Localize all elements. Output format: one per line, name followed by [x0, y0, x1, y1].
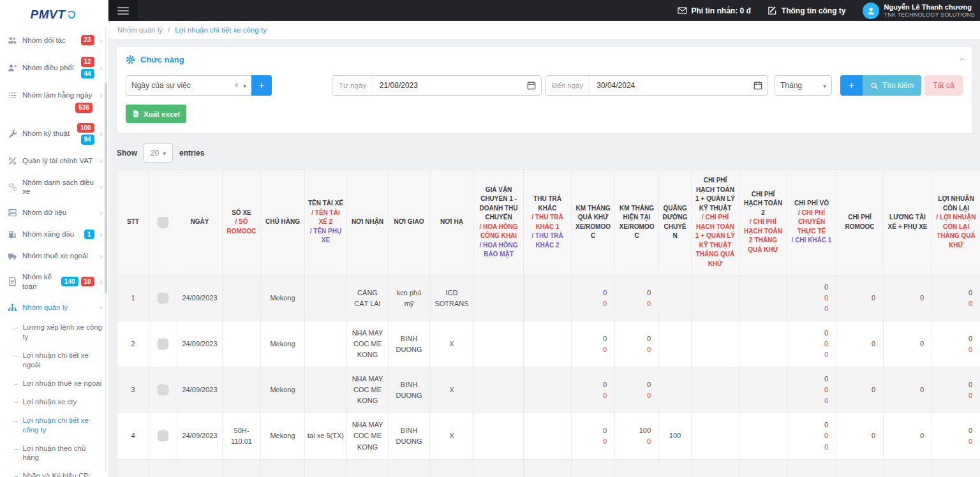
badge-row: 536: [0, 103, 108, 117]
col-header-ten-tai-xe[interactable]: TÊN TÀI XẾ/ TÊN TÀI XẾ 2/ TÊN PHỤ XE: [305, 170, 347, 275]
calendar-icon[interactable]: [527, 81, 536, 90]
breadcrumb-parent[interactable]: Nhóm quản lý: [117, 26, 163, 34]
to-date-input[interactable]: 30/04/2024: [590, 81, 754, 90]
row-checkbox[interactable]: [158, 293, 168, 304]
row-checkbox[interactable]: [158, 430, 168, 441]
cell-gia-van-chuyen: [474, 367, 524, 413]
cell-noi-nhan: CẢNG CÁT LÁI: [347, 275, 389, 321]
sidebar-subitem-loi-nhuan-xe-cty[interactable]: –Lợi nhuận xe cty: [0, 393, 108, 411]
col-header-select[interactable]: [149, 170, 177, 275]
logo-text: PMVT: [31, 8, 66, 22]
envelope-icon: [678, 6, 687, 15]
truck-icon: [8, 251, 18, 261]
sidebar-subitem-loi-nhuan-thue-xe-ngoai[interactable]: –Lợi nhuận thuê xe ngoài: [0, 374, 108, 393]
cell-loi-nhuan-con-lai: 00: [932, 275, 980, 321]
col-header-thu-tra-khac[interactable]: THU TRẢ KHÁC/ THU TRẢ KHÁC 1/ THU TRẢ KH…: [524, 170, 572, 275]
cell-select: [149, 413, 177, 459]
sidebar-item-du-lieu[interactable]: Nhóm dữ liệu›: [0, 202, 108, 223]
cell-so-xe: [223, 367, 261, 413]
user-menu[interactable]: Nguyễn Lê Thanh chương TNK TECHNOLOGY SO…: [863, 3, 976, 19]
col-header-stt[interactable]: STT: [117, 170, 149, 275]
event-type-select[interactable]: Ngày của sự việc × ▾: [126, 75, 251, 96]
filter-row: Ngày của sự việc × ▾ + Từ ngày 21/08/202…: [126, 75, 963, 96]
cell-loi-nhuan-con-lai: 00: [932, 413, 980, 459]
sidebar-subitem-label: Nhãn và Ký hiệu CP DSDX: [22, 471, 104, 477]
all-button[interactable]: Tất cả: [924, 75, 962, 96]
col-header-noi-giao[interactable]: NƠI GIAO: [389, 170, 430, 275]
col-header-chi-phi-hach-toan-2[interactable]: CHI PHÍ HẠCH TOÁN 2/ CHI PHÍ HẠCH TOÁN 2…: [739, 170, 787, 275]
row-checkbox[interactable]: [158, 339, 168, 349]
cell-select: [149, 321, 177, 367]
sidebar: PMVT Nhóm đối tác23›Nhóm điều phối1244›N…: [0, 0, 108, 477]
row-checkbox[interactable]: [158, 385, 168, 395]
export-excel-button[interactable]: Xuất excel: [126, 105, 186, 123]
col-header-gia-van-chuyen[interactable]: GIÁ VẬN CHUYỂN 1 - DOANH THU CHUYẾN/ HOA…: [474, 170, 524, 275]
sidebar-subitem-loi-nhuan-theo-chu-hang[interactable]: –Lợi nhuận theo chủ hàng: [0, 439, 108, 467]
cell-ngay: 24/09/2023: [177, 275, 223, 321]
col-header-luong-tai-xe[interactable]: LƯƠNG TÀI XẾ + PHỤ XE: [884, 170, 932, 275]
menu-toggle-button[interactable]: [108, 0, 138, 21]
sidebar-item-xang-dau[interactable]: Nhóm xăng dầu1›: [0, 223, 108, 245]
sidebar-scrollbar[interactable]: [105, 26, 107, 472]
cell-chi-phi-romooc: [836, 459, 884, 477]
col-header-km-thang-qua-khu[interactable]: KM THÁNG QUÁ KHỨ XE/ROMOOC: [572, 170, 615, 275]
col-header-chi-phi-romooc[interactable]: CHI PHÍ ROMOOC: [836, 170, 884, 275]
caret-down-icon: ▾: [163, 150, 166, 157]
page-size-value: 20: [151, 149, 159, 158]
col-header-ngay[interactable]: NGÀY: [177, 170, 223, 275]
sidebar-subitem-loi-nhuan-chi-tiet-xe-cong-ty[interactable]: –Lợi nhuận chi tiết xe công ty: [0, 411, 108, 439]
col-header-chi-phi-hach-toan-1[interactable]: CHI PHÍ HẠCH TOÁN 1 + QUẢN LÝ KỸ THUẬT/ …: [692, 170, 739, 275]
chevron-right-icon: ›: [100, 277, 103, 286]
calendar-icon[interactable]: [754, 81, 762, 90]
add-condition-button[interactable]: +: [840, 75, 863, 96]
search-button[interactable]: Tìm kiếm: [863, 75, 921, 96]
breadcrumb-current[interactable]: Lợi nhuận chi tiết xe công ty: [175, 26, 267, 34]
sidebar-item-ky-thuat[interactable]: Nhóm kỹ thuật10094›: [0, 117, 108, 150]
company-info-link[interactable]: Thông tin công ty: [768, 6, 846, 15]
col-header-loi-nhuan-con-lai[interactable]: LỢI NHUẬN CÒN LẠI/ LỢI NHUẬN CÒN LẠI THÁ…: [932, 170, 980, 275]
sidebar-item-doi-tac[interactable]: Nhóm đối tác23›: [0, 29, 108, 51]
col-header-so-xe[interactable]: SỐ XE/ SỐ ROMOOC: [223, 170, 261, 275]
add-filter-button[interactable]: +: [251, 75, 272, 96]
cell-stt: 4: [117, 413, 149, 459]
search-button-label: Tìm kiếm: [882, 81, 914, 90]
col-header-chi-phi-vo[interactable]: CHI PHÍ VỎ/ CHI PHÍ CHUYẾN THỰC TẾ/ CHI …: [787, 170, 836, 275]
sidebar-item-danh-sach-dieu-xe[interactable]: Nhóm danh sách điều xe›: [0, 172, 108, 202]
cell-loi-nhuan-con-lai: 00: [932, 367, 980, 413]
content: Chức năng › Ngày của sự việc × ▾ + Từ ng…: [108, 40, 980, 477]
sidebar-item-ke-toan[interactable]: Nhóm kế toán14010›: [0, 267, 108, 297]
message-fee-link[interactable]: Phí tin nhắn: 0 đ: [678, 6, 751, 15]
page-size-select[interactable]: 20 ▾: [144, 143, 173, 163]
cell-select: [149, 275, 177, 321]
sidebar-subitem-luong-xep-lenh-xe-cong-ty[interactable]: –Lương xếp lệnh xe công ty: [0, 318, 108, 346]
from-date-input[interactable]: 21/08/2023: [373, 81, 527, 90]
sidebar-item-dieu-phoi[interactable]: Nhóm điều phối1244›: [0, 51, 108, 84]
sidebar-item-quan-ly-tai-chinh-vat[interactable]: Quản lý tài chính VAT›: [0, 150, 108, 172]
cell-noi-ha: ICD SOTRANS: [430, 275, 474, 321]
clear-icon[interactable]: ×: [234, 81, 239, 90]
sidebar-subitem-nhan-va-ky-hieu-cp-dsdx[interactable]: –Nhãn và Ký hiệu CP DSDX: [0, 467, 108, 477]
sidebar-subitem-label: Lợi nhuận chi tiết xe công ty: [22, 416, 104, 435]
app-logo[interactable]: PMVT: [0, 0, 108, 29]
main-area: Phí tin nhắn: 0 đ Thông tin công ty Nguy…: [108, 0, 980, 477]
col-header-noi-nhan[interactable]: NƠI NHẬN: [347, 170, 389, 275]
col-header-quang-duong-chuyen[interactable]: QUÃNG ĐƯỜNG CHUYẾN: [659, 170, 692, 275]
period-select[interactable]: Tháng ▾: [775, 75, 832, 96]
row-checkbox[interactable]: [158, 217, 168, 228]
cell-luong-tai-xe: 0: [884, 275, 932, 321]
sidebar-scrollbar-thumb[interactable]: [105, 83, 107, 293]
col-header-km-thang-hien-tai[interactable]: KM THÁNG HIỆN TẠI XE/ROMOOC: [615, 170, 659, 275]
sidebar-item-quan-ly[interactable]: Nhóm quản lý›: [0, 297, 108, 318]
sidebar-item-label: Nhóm điều phối: [22, 63, 77, 72]
sidebar-subitem-loi-nhuan-chi-tiet-xe-ngoai[interactable]: –Lợi nhuận chi tiết xe ngoài: [0, 346, 108, 374]
col-header-noi-ha[interactable]: NƠI HẠ: [430, 170, 474, 275]
cell-chi-phi-vo: 000: [787, 321, 836, 367]
cell-chu-hang: Mekong: [261, 367, 305, 413]
collapse-panel-icon[interactable]: ›: [955, 57, 967, 61]
from-date-label: Từ ngày: [332, 76, 373, 95]
sidebar-item-thue-xe-ngoai[interactable]: Nhóm thuê xe ngoài›: [0, 245, 108, 267]
cell-chi-phi-romooc: 0: [836, 275, 884, 321]
sidebar-item-label: Nhóm kế toán: [22, 272, 57, 291]
col-header-chu-hang[interactable]: CHỦ HÀNG: [261, 170, 305, 275]
dash-icon: –: [14, 397, 18, 407]
